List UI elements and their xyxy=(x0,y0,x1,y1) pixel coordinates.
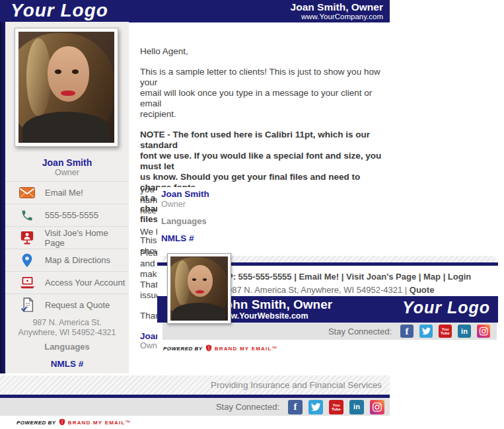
overlay-portrait-image xyxy=(170,256,228,321)
laptop-icon xyxy=(18,275,36,291)
overlay-social-bar: Stay Connected: fYouTubein xyxy=(162,323,497,340)
youtube-icon[interactable]: YouTube xyxy=(329,400,343,414)
signature-preview-overlay: Joan Smith Owner Languages NMLS # P: 555… xyxy=(157,187,499,353)
youtube-icon[interactable]: YouTube xyxy=(439,325,452,338)
sidebar-item-label: Map & Directions xyxy=(45,255,110,265)
stay-connected-label: Stay Connected: xyxy=(328,327,392,336)
overlay-nmls-label[interactable]: NMLS # xyxy=(161,233,194,243)
overlay-agent-name: Joan Smith xyxy=(161,189,209,199)
facebook-icon[interactable]: f xyxy=(400,325,414,338)
sidebar-item-map-directions[interactable]: Map & Directions xyxy=(5,249,129,271)
sidebar-item-label: Visit Joe's Home Page xyxy=(44,228,129,248)
stay-connected-label: Stay Connected: xyxy=(216,402,279,412)
phone-icon xyxy=(18,208,36,223)
sidebar-item-label: Email Me! xyxy=(45,188,83,198)
header-website[interactable]: www.YourCompany.com xyxy=(291,13,383,21)
sidebar-accent-strip xyxy=(0,22,5,373)
agent-address: 987 N. America St. Anywhere, WI 54952-43… xyxy=(5,318,129,338)
letter-paragraph: This is a sample letter to clients! This… xyxy=(140,67,386,120)
sidebar-item-label: 555-555-5555 xyxy=(45,210,98,220)
brand-shield-icon xyxy=(59,418,65,427)
sidebar-item-visit-joe-s-home-page[interactable]: Visit Joe's Home Page xyxy=(5,226,129,249)
contact-address-row[interactable]: 987 N. America St, Anywhere, WI 54952-43… xyxy=(227,284,471,297)
sidebar-item-label: Request a Quote xyxy=(45,300,110,310)
sidebar-item-label: Access Your Account xyxy=(45,278,125,288)
overlay-company-logo: Your Logo xyxy=(402,298,490,317)
languages-label[interactable]: Languages xyxy=(5,342,129,352)
instagram-icon[interactable] xyxy=(477,325,490,338)
overlay-agent-title: Owner xyxy=(161,200,186,209)
facebook-icon[interactable]: f xyxy=(288,400,303,414)
agent-name: Joan Smith xyxy=(5,157,129,168)
twitter-icon[interactable] xyxy=(308,400,323,414)
footer-powered-by: POWERED BY BRAND MY EMAIL™ xyxy=(17,418,131,427)
sidebar-item-email-me[interactable]: Email Me! xyxy=(5,181,129,204)
quote-doc-icon xyxy=(18,297,36,313)
footer-social-bar: Stay Connected: fYouTubein xyxy=(0,398,390,416)
overlay-owner-name: John Smith, Owner xyxy=(218,297,332,312)
overlay-agent-photo xyxy=(167,253,231,324)
agent-photo xyxy=(15,28,118,147)
envelope-icon xyxy=(18,185,36,201)
letter-greeting: Hello Agent, xyxy=(140,46,386,57)
nmls-label[interactable]: NMLS # xyxy=(5,359,129,369)
letter-text-fragment: nice xyxy=(140,206,157,215)
sidebar-menu: Email Me!555-555-5555Visit Joe's Home Pa… xyxy=(5,181,129,316)
header-bar: Your Logo Joan Smith, Owner www.YourComp… xyxy=(0,0,390,22)
email-template-preview: Your Logo Joan Smith, Owner www.YourComp… xyxy=(0,0,504,429)
sidebar-item-request-a-quote[interactable]: Request a Quote xyxy=(5,293,129,316)
sidebar-item-555-555-5555[interactable]: 555-555-5555 xyxy=(5,204,129,226)
company-logo: Your Logo xyxy=(11,0,108,21)
homepage-icon xyxy=(18,230,35,246)
linkedin-icon[interactable]: in xyxy=(458,325,471,338)
tagline-bar: Providing Insurance and Financial Servic… xyxy=(0,375,390,395)
sidebar-item-access-your-account[interactable]: Access Your Account xyxy=(5,271,129,293)
map-pin-icon xyxy=(18,253,36,268)
overlay-contact-links: P: 555-555-5555 | Email Me! | Visit Joan… xyxy=(227,270,471,297)
brand-shield-icon xyxy=(205,344,212,353)
overlay-languages-label[interactable]: Languages xyxy=(161,216,207,226)
letter-text-fragment: That xyxy=(140,280,158,290)
tagline-text: Providing Insurance and Financial Servic… xyxy=(211,380,382,390)
agent-title: Owner xyxy=(5,168,129,177)
header-owner-name: Joan Smith, Owner xyxy=(291,1,383,13)
overlay-powered-by: POWERED BY BRAND MY EMAIL™ xyxy=(163,344,278,353)
linkedin-icon[interactable]: in xyxy=(349,400,364,414)
instagram-icon[interactable] xyxy=(370,400,384,414)
sidebar: Joan Smith Owner Email Me!555-555-5555Vi… xyxy=(5,22,129,373)
twitter-icon[interactable] xyxy=(419,325,433,338)
contact-links-row[interactable]: P: 555-555-5555 | Email Me! | Visit Joan… xyxy=(227,270,471,284)
overlay-website[interactable]: www.YourWebsite.com xyxy=(218,311,308,321)
agent-portrait-image xyxy=(18,32,114,143)
